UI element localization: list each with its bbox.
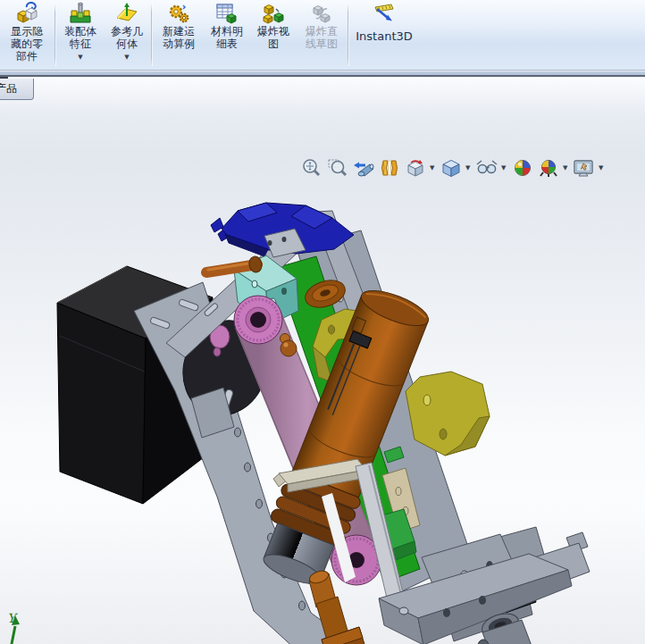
exploded-view-button[interactable]: 爆炸视 图: [250, 0, 297, 70]
orange-pin: [206, 255, 263, 273]
button-label-line: 何体: [116, 38, 138, 50]
button-label-line: 装配体: [64, 25, 96, 38]
button-label-line: 新建运: [163, 25, 195, 38]
button-label-line: 线草图: [306, 38, 338, 50]
dropdown-caret[interactable]: ▼: [78, 51, 82, 63]
show-hide-components-button[interactable]: 显示隐 藏的零 部件: [0, 0, 54, 70]
ribbon-separator: [54, 4, 56, 66]
button-label-line: Instant3D: [356, 30, 413, 43]
button-label-line: 显示隐: [11, 25, 43, 38]
button-label-line: 爆炸视: [257, 25, 289, 38]
new-motion-study-button[interactable]: 新建运 动算例: [154, 0, 204, 70]
button-label-line: 细表: [216, 38, 238, 50]
orientation-triad: Y Z X: [0, 611, 64, 644]
button-label-line: 参考几: [111, 25, 143, 38]
button-label-line: 动算例: [163, 38, 195, 50]
explode-line-sketch-button: 爆炸直 线草图: [297, 0, 347, 70]
button-label-line: 图: [268, 38, 279, 50]
button-label-line: 部件: [16, 50, 38, 63]
graphics-viewport[interactable]: ▼ ▼ ▼: [0, 77, 645, 644]
reference-geometry-icon: [115, 2, 138, 25]
ribbon-separator: [151, 4, 153, 66]
button-label-line: 藏的零: [11, 38, 43, 50]
ribbon-separator: [348, 4, 349, 66]
explode-line-sketch-icon: [310, 2, 333, 25]
dropdown-caret[interactable]: ▼: [124, 51, 129, 63]
assembly-features-icon: [69, 2, 92, 25]
button-label-line: 特征: [70, 38, 91, 50]
button-label-line: 材料明: [211, 25, 243, 38]
command-manager-ribbon: 显示隐 藏的零 部件 装配体 特征 ▼: [0, 0, 645, 71]
assembly-model: Y Z X: [0, 148, 645, 644]
solidworks-window: 显示隐 藏的零 部件 装配体 特征 ▼: [0, 0, 645, 644]
reference-geometry-button[interactable]: 参考几 何体 ▼: [104, 0, 150, 70]
bill-of-materials-icon: [215, 2, 239, 25]
show-hide-components-icon: [15, 2, 38, 25]
document-tab[interactable]: 产品: [0, 79, 34, 100]
instant3d-icon: [373, 2, 396, 25]
exploded-view-icon: [262, 2, 285, 25]
brown-knob: [281, 334, 297, 357]
bill-of-materials-button[interactable]: 材料明 细表: [204, 0, 250, 70]
instant3d-button[interactable]: Instant3D: [350, 0, 418, 70]
button-label-line: 爆炸直: [306, 25, 338, 38]
document-tab-label: 产品: [0, 81, 17, 96]
assembly-features-button[interactable]: 装配体 特征 ▼: [57, 0, 104, 70]
new-motion-study-icon: [167, 2, 190, 25]
